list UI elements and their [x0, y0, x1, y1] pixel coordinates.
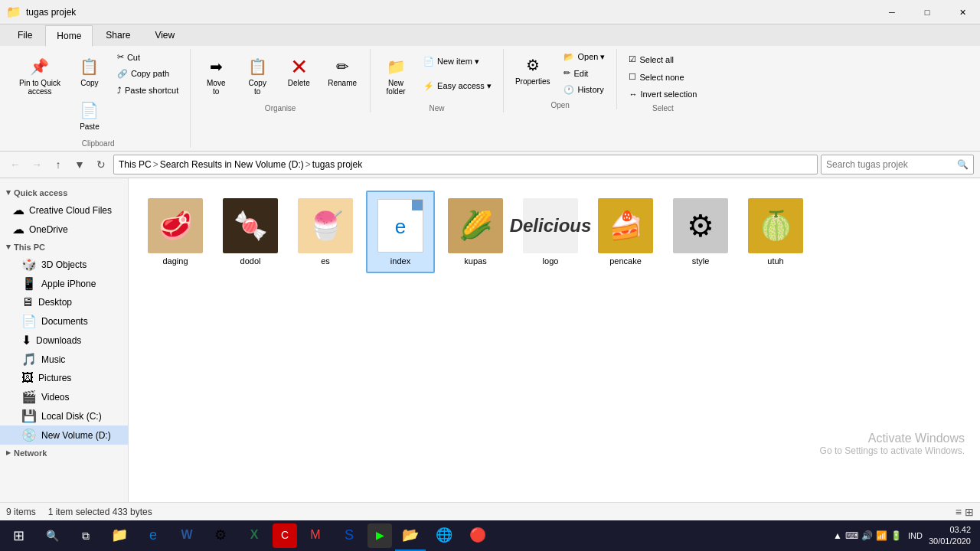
ribbon-content: 📌 Pin to Quickaccess 📋 Copy 📄 Paste [0, 46, 980, 151]
clipboard-small-buttons: ✂ Cut 🔗 Copy path ⤴ Paste shortcut [112, 49, 184, 98]
taskbar-app-mediafire[interactable]: M [300, 520, 331, 551]
tray-arrow[interactable]: ▲ [833, 530, 842, 541]
minimize-button[interactable]: ─ [874, 0, 910, 24]
tray-battery[interactable]: 🔋 [890, 530, 902, 541]
file-item-logo[interactable]: Delicious logo [516, 191, 585, 273]
taskbar-app-coreldraw[interactable]: C [273, 523, 297, 548]
copy-button[interactable]: 📋 Copy [70, 49, 109, 93]
rename-button[interactable]: ✏ Rename [321, 49, 364, 93]
task-view-button[interactable]: ⧉ [70, 520, 101, 551]
file-item-daging[interactable]: 🥩 daging [141, 191, 210, 273]
edit-button[interactable]: ✏ Edit [558, 66, 610, 80]
sidebar-item-desktop[interactable]: 🖥 Desktop [0, 293, 128, 311]
taskbar-app-terminal[interactable]: ▶ [368, 523, 392, 548]
delete-icon: ✕ [286, 54, 311, 79]
path-tugas-projek[interactable]: tugas projek [312, 159, 362, 170]
pin-to-quick-access-button[interactable]: 📌 Pin to Quickaccess [12, 49, 67, 101]
file-item-es[interactable]: 🍧 es [291, 191, 360, 273]
tray-network[interactable]: 📶 [876, 530, 887, 541]
move-to-button[interactable]: ➡ Moveto [197, 49, 235, 101]
search-input[interactable] [826, 159, 957, 170]
file-item-kupas[interactable]: 🌽 kupas [441, 191, 510, 273]
sidebar-item-pictures[interactable]: 🖼 Pictures [0, 369, 128, 387]
delete-button[interactable]: ✕ Delete [279, 49, 318, 93]
taskbar-app-word[interactable]: W [172, 520, 202, 551]
new-item-button[interactable]: 📄 New item ▾ [418, 54, 497, 69]
3d-objects-icon: 🎲 [21, 257, 37, 272]
sidebar-item-onedrive[interactable]: ☁ OneDrive [0, 220, 128, 239]
history-button[interactable]: 🕐 History [558, 83, 610, 97]
new-folder-button[interactable]: 📁 Newfolder [377, 49, 415, 101]
up-button[interactable]: ↑ [49, 155, 67, 174]
sidebar-item-videos[interactable]: 🎬 Videos [0, 387, 128, 406]
list-view-button[interactable]: ≡ [956, 506, 962, 518]
open-button[interactable]: 📂 Open ▾ [558, 50, 610, 64]
taskbar-app-explorer-active[interactable]: 📂 [395, 520, 426, 551]
tab-view[interactable]: View [143, 24, 186, 46]
file-item-utuh[interactable]: 🍈 utuh [741, 191, 810, 273]
maximize-button[interactable]: □ [910, 0, 945, 24]
taskbar-app-edge[interactable]: e [138, 520, 168, 551]
refresh-button[interactable]: ↻ [92, 155, 110, 174]
forward-button[interactable]: → [28, 155, 46, 174]
tray-keyboard[interactable]: ⌨ [845, 530, 858, 541]
sidebar-item-local-disk-c[interactable]: 💾 Local Disk (C:) [0, 406, 128, 425]
sidebar-item-new-volume-d[interactable]: 💿 New Volume (D:) [0, 425, 128, 445]
search-button[interactable]: 🔍 [37, 520, 67, 551]
select-all-button[interactable]: ☑ Select all [623, 52, 702, 67]
back-button[interactable]: ← [6, 155, 24, 174]
file-name-es: es [321, 256, 330, 266]
sidebar-item-creative-cloud[interactable]: ☁ Creative Cloud Files [0, 201, 128, 220]
paste-button[interactable]: 📄 Paste [70, 93, 109, 136]
sidebar-section-quick-access[interactable]: ▾ Quick access [0, 184, 128, 201]
invert-selection-button[interactable]: ↔ Invert selection [623, 87, 702, 101]
taskbar-app-obs[interactable]: 🔴 [462, 520, 493, 551]
copy-path-button[interactable]: 🔗 Copy path [112, 67, 184, 81]
easy-access-button[interactable]: ⚡ Easy access ▾ [418, 79, 497, 93]
recent-button[interactable]: ▼ [70, 155, 89, 174]
properties-button[interactable]: ⚙ Properties [510, 49, 556, 90]
tray-lang[interactable]: IND [908, 531, 923, 540]
taskbar-app-chrome[interactable]: 🌐 [429, 520, 459, 551]
start-button[interactable]: ⊞ [3, 520, 34, 551]
sidebar-section-this-pc[interactable]: ▾ This PC [0, 239, 128, 255]
taskbar-app-explorer[interactable]: 📁 [104, 520, 135, 551]
cut-button[interactable]: ✂ Cut [112, 50, 184, 64]
file-item-style[interactable]: ⚙ style [666, 191, 735, 273]
taskbar-app-excel[interactable]: X [239, 520, 270, 551]
downloads-icon: ⬇ [21, 333, 31, 347]
sidebar-item-downloads[interactable]: ⬇ Downloads [0, 331, 128, 350]
select-none-button[interactable]: ☐ Select none [623, 70, 702, 84]
file-item-index[interactable]: e index [366, 191, 435, 273]
paste-shortcut-button[interactable]: ⤴ Paste shortcut [112, 83, 184, 97]
path-this-pc[interactable]: This PC [119, 159, 152, 170]
grid-view-button[interactable]: ⊞ [965, 506, 974, 518]
file-item-dodol[interactable]: 🍬 dodol [216, 191, 285, 273]
tab-file[interactable]: File [6, 24, 44, 46]
tab-home[interactable]: Home [45, 25, 93, 47]
taskbar-app-settings[interactable]: ⚙ [205, 520, 236, 551]
search-box[interactable]: 🔍 [821, 155, 974, 174]
network-label: Network [14, 448, 47, 458]
taskbar-app-sourcetree[interactable]: S [334, 520, 364, 551]
file-thumb-style: ⚙ [673, 198, 728, 253]
address-path[interactable]: This PC > Search Results in New Volume (… [113, 155, 818, 174]
sidebar: ▾ Quick access ☁ Creative Cloud Files ☁ … [0, 178, 129, 502]
copy-to-button[interactable]: 📋 Copyto [238, 49, 276, 101]
tray-volume[interactable]: 🔊 [861, 530, 873, 541]
tab-share[interactable]: Share [94, 24, 142, 46]
path-search-results[interactable]: Search Results in New Volume (D:) [160, 159, 304, 170]
close-button[interactable]: ✕ [945, 0, 980, 24]
sidebar-item-apple-iphone[interactable]: 📱 Apple iPhone [0, 274, 128, 293]
sidebar-section-network[interactable]: ▸ Network [0, 445, 128, 461]
sidebar-item-music[interactable]: 🎵 Music [0, 350, 128, 369]
ribbon-group-clipboard: 📌 Pin to Quickaccess 📋 Copy 📄 Paste [6, 49, 191, 148]
file-item-pencake[interactable]: 🍰 pencake [591, 191, 660, 273]
ribbon: File Home Share View 📌 Pin to Quickacces… [0, 24, 980, 152]
organise-buttons: ➡ Moveto 📋 Copyto ✕ Delete ✏ Rename [197, 49, 364, 101]
clock-time: 03.42 [929, 524, 971, 536]
taskbar-clock[interactable]: 03.42 30/01/2020 [929, 524, 971, 548]
sidebar-item-3d-objects[interactable]: 🎲 3D Objects [0, 255, 128, 274]
content-area[interactable]: 🥩 daging 🍬 dodol 🍧 es e [129, 178, 980, 502]
sidebar-item-documents[interactable]: 📄 Documents [0, 311, 128, 331]
